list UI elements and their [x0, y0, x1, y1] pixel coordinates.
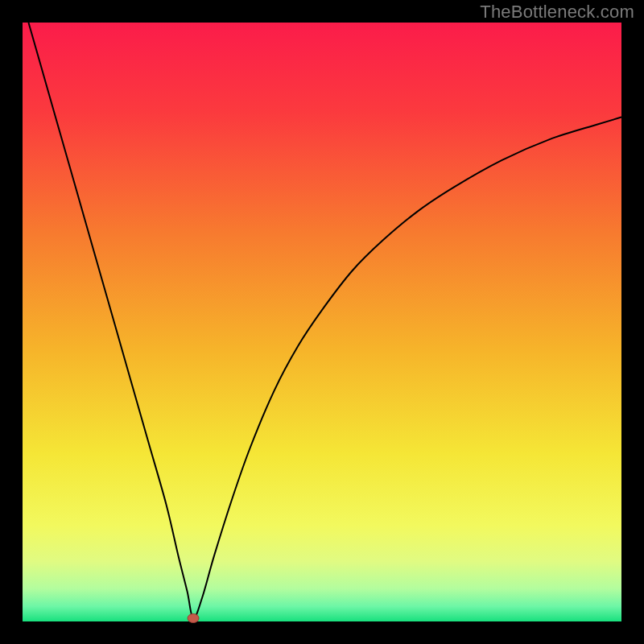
- minimum-marker: [188, 614, 199, 623]
- watermark-text: TheBottleneck.com: [480, 2, 634, 23]
- plot-background: [23, 23, 621, 621]
- bottleneck-chart: [0, 0, 644, 644]
- chart-frame: TheBottleneck.com: [0, 0, 644, 644]
